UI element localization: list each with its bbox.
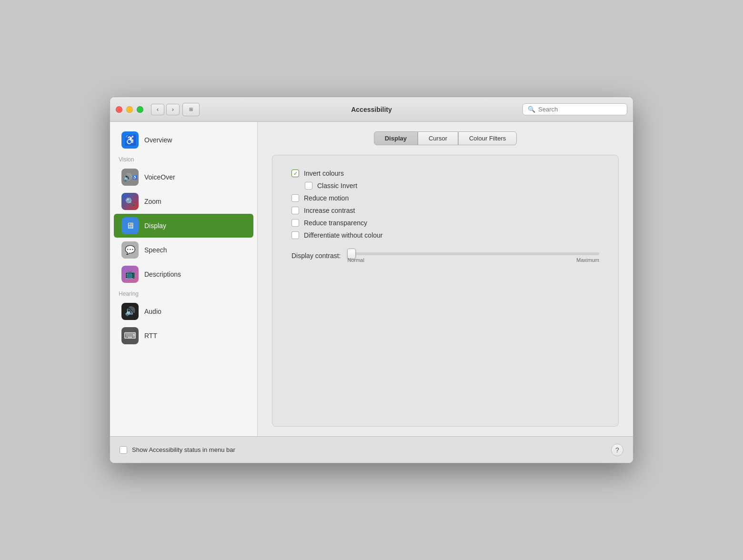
voiceover-icon: 🔊♿	[121, 169, 139, 186]
hearing-section-label: Hearing	[110, 287, 257, 299]
classic-invert-row: Classic Invert	[305, 182, 599, 190]
sidebar-item-zoom[interactable]: 🔍 Zoom	[114, 190, 253, 213]
sidebar-label-audio: Audio	[144, 308, 161, 315]
content-area: ♿ Overview Vision 🔊♿ VoiceOver 🔍 Zoom 🖥 …	[110, 122, 633, 436]
reduce-motion-label: Reduce motion	[304, 194, 349, 202]
vision-section-label: Vision	[110, 152, 257, 165]
search-input[interactable]	[538, 106, 622, 113]
traffic-lights	[116, 106, 143, 113]
slider-labels: Normal Maximum	[347, 257, 599, 263]
sidebar-label-overview: Overview	[144, 136, 172, 144]
contrast-row: Display contrast: Normal Maximum	[291, 249, 599, 263]
invert-colours-label: Invert colours	[304, 170, 344, 177]
differentiate-colour-row: Differentiate without colour	[291, 231, 599, 239]
sidebar-label-voiceover: VoiceOver	[144, 173, 175, 181]
display-icon: 🖥	[121, 217, 139, 234]
reduce-transparency-checkbox[interactable]	[291, 219, 299, 227]
descriptions-icon: 📺	[121, 266, 139, 283]
window-title: Accessibility	[351, 106, 392, 113]
show-status-checkbox[interactable]	[120, 446, 127, 454]
slider-max-label: Maximum	[576, 257, 599, 263]
sidebar: ♿ Overview Vision 🔊♿ VoiceOver 🔍 Zoom 🖥 …	[110, 122, 258, 436]
display-panel-content: ✓ Invert colours Classic Invert Reduce m…	[272, 155, 619, 427]
reduce-transparency-row: Reduce transparency	[291, 219, 599, 227]
differentiate-colour-label: Differentiate without colour	[304, 231, 383, 239]
reduce-motion-row: Reduce motion	[291, 194, 599, 202]
grid-icon: ⊞	[189, 107, 193, 112]
slider-min-label: Normal	[347, 257, 364, 263]
minimize-button[interactable]	[126, 106, 133, 113]
main-panel: Display Cursor Colour Filters ✓ Invert c…	[258, 122, 633, 436]
classic-invert-checkbox[interactable]	[305, 182, 312, 190]
grid-button[interactable]: ⊞	[182, 103, 200, 116]
maximize-button[interactable]	[137, 106, 143, 113]
back-button[interactable]: ‹	[151, 104, 164, 115]
invert-colours-row: ✓ Invert colours	[291, 170, 599, 177]
show-status-label: Show Accessibility status in menu bar	[132, 446, 235, 453]
increase-contrast-row: Increase contrast	[291, 207, 599, 214]
sidebar-item-speech[interactable]: 💬 Speech	[114, 238, 253, 262]
reduce-transparency-label: Reduce transparency	[304, 219, 367, 227]
sidebar-label-zoom: Zoom	[144, 198, 161, 205]
tab-bar: Display Cursor Colour Filters	[272, 131, 619, 145]
speech-icon: 💬	[121, 241, 139, 259]
search-icon: 🔍	[528, 106, 535, 113]
sidebar-item-rtt[interactable]: ⌨ RTT	[114, 324, 253, 348]
reduce-motion-checkbox[interactable]	[291, 194, 299, 202]
sidebar-item-audio[interactable]: 🔊 Audio	[114, 300, 253, 323]
contrast-label: Display contrast:	[291, 252, 341, 260]
tab-display[interactable]: Display	[374, 131, 418, 145]
help-button[interactable]: ?	[611, 444, 623, 456]
tab-cursor[interactable]: Cursor	[418, 131, 458, 145]
nav-buttons: ‹ ›	[151, 104, 180, 115]
contrast-slider[interactable]	[347, 252, 599, 255]
increase-contrast-label: Increase contrast	[304, 207, 355, 214]
audio-icon: 🔊	[121, 303, 139, 320]
increase-contrast-checkbox[interactable]	[291, 207, 299, 214]
accessibility-window: ‹ › ⊞ Accessibility 🔍 ♿ Overview Vision …	[110, 97, 633, 463]
classic-invert-label: Classic Invert	[317, 182, 357, 190]
invert-colours-checkbox[interactable]: ✓	[291, 170, 299, 177]
rtt-icon: ⌨	[121, 327, 139, 344]
sidebar-label-display: Display	[144, 222, 166, 230]
forward-button[interactable]: ›	[166, 104, 180, 115]
sidebar-label-descriptions: Descriptions	[144, 270, 181, 278]
contrast-slider-container: Normal Maximum	[347, 249, 599, 263]
sidebar-label-speech: Speech	[144, 246, 167, 254]
sidebar-item-descriptions[interactable]: 📺 Descriptions	[114, 262, 253, 286]
sidebar-item-overview[interactable]: ♿ Overview	[114, 128, 253, 152]
differentiate-colour-checkbox[interactable]	[291, 231, 299, 239]
close-button[interactable]	[116, 106, 122, 113]
bottom-bar: Show Accessibility status in menu bar ?	[110, 436, 633, 463]
sidebar-label-rtt: RTT	[144, 332, 157, 340]
sidebar-item-voiceover[interactable]: 🔊♿ VoiceOver	[114, 165, 253, 189]
titlebar: ‹ › ⊞ Accessibility 🔍	[110, 97, 633, 122]
tab-colour-filters[interactable]: Colour Filters	[458, 131, 517, 145]
overview-icon: ♿	[121, 131, 139, 149]
sidebar-item-display[interactable]: 🖥 Display	[114, 214, 253, 238]
search-box: 🔍	[522, 103, 627, 115]
zoom-icon: 🔍	[121, 193, 139, 210]
